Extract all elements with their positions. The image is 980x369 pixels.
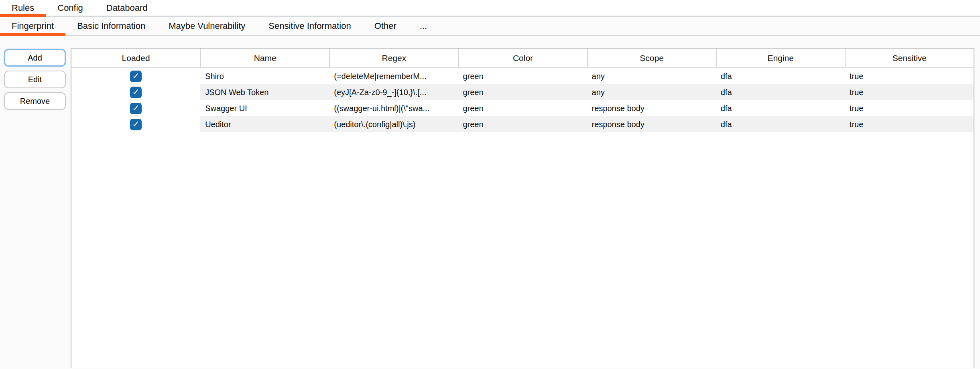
table-row[interactable]: ✓ JSON Web Token (eyJ[A-Za-z0-9_-]{10,}\…: [71, 84, 974, 100]
tab-fingerprint[interactable]: Fingerprint: [0, 17, 65, 35]
loaded-checkbox[interactable]: ✓: [130, 71, 142, 82]
cell-sensitive: true: [845, 116, 974, 132]
table-row[interactable]: ✓ Ueditor (ueditor\.(config|all)\.js) gr…: [71, 116, 974, 132]
table-row[interactable]: ✓ Swagger UI ((swagger-ui.html)|(\"swa..…: [71, 100, 974, 116]
loaded-cell: ✓: [71, 68, 200, 84]
cell-scope: response body: [587, 100, 716, 116]
cell-name: Shiro: [200, 68, 329, 84]
remove-button[interactable]: Remove: [4, 92, 66, 110]
col-header-scope[interactable]: Scope: [587, 49, 716, 67]
col-header-regex[interactable]: Regex: [329, 49, 458, 67]
action-button-panel: Add Edit Remove: [0, 36, 71, 368]
cell-regex: (=deleteMe|rememberM...: [329, 68, 458, 84]
cell-engine: dfa: [716, 100, 845, 116]
cell-sensitive: true: [845, 68, 974, 84]
loaded-checkbox[interactable]: ✓: [130, 119, 142, 130]
cell-engine: dfa: [716, 116, 845, 132]
checkmark-icon: ✓: [132, 72, 139, 81]
cell-name: JSON Web Token: [200, 84, 329, 100]
loaded-checkbox[interactable]: ✓: [130, 87, 142, 98]
col-header-name[interactable]: Name: [200, 49, 329, 67]
tab-other[interactable]: Other: [363, 17, 408, 35]
loaded-cell: ✓: [71, 116, 200, 132]
checkmark-icon: ✓: [132, 88, 139, 97]
tab-maybe-vulnerability[interactable]: Maybe Vulnerability: [157, 17, 257, 35]
cell-color: green: [458, 84, 587, 100]
cell-engine: dfa: [716, 68, 845, 84]
tab-databoard[interactable]: Databoard: [95, 0, 159, 16]
rules-fingerprint-panel: Add Edit Remove Loaded Name Regex Color …: [0, 36, 980, 368]
edit-button[interactable]: Edit: [4, 71, 66, 88]
app-window: Rules Config Databoard Fingerprint Basic…: [0, 0, 980, 369]
tab-basic-information[interactable]: Basic Information: [65, 17, 157, 35]
checkmark-icon: ✓: [132, 120, 139, 129]
secondary-tab-bar: Fingerprint Basic Information Maybe Vuln…: [0, 17, 980, 36]
tab-more[interactable]: ...: [408, 17, 439, 35]
loaded-cell: ✓: [71, 84, 200, 100]
tab-rules[interactable]: Rules: [0, 0, 46, 16]
table-header-row: Loaded Name Regex Color Scope Engine Sen…: [71, 49, 974, 68]
col-header-loaded[interactable]: Loaded: [71, 49, 200, 67]
cell-color: green: [458, 116, 587, 132]
cell-sensitive: true: [845, 100, 974, 116]
cell-sensitive: true: [845, 84, 974, 100]
cell-regex: ((swagger-ui.html)|(\"swa...: [329, 100, 458, 116]
loaded-checkbox[interactable]: ✓: [130, 103, 142, 114]
checkmark-icon: ✓: [132, 104, 139, 113]
cell-regex: (ueditor\.(config|all)\.js): [329, 116, 458, 132]
table-row[interactable]: ✓ Shiro (=deleteMe|rememberM... green an…: [71, 68, 974, 84]
rules-table: Loaded Name Regex Color Scope Engine Sen…: [71, 48, 974, 368]
cell-scope: response body: [587, 116, 716, 132]
tab-sensitive-information[interactable]: Sensitive Information: [257, 17, 362, 35]
col-header-engine[interactable]: Engine: [716, 49, 845, 67]
cell-color: green: [458, 100, 587, 116]
col-header-color[interactable]: Color: [458, 49, 587, 67]
tab-config[interactable]: Config: [46, 0, 95, 16]
cell-scope: any: [587, 68, 716, 84]
cell-color: green: [458, 68, 587, 84]
col-header-sensitive[interactable]: Sensitive: [845, 49, 974, 67]
cell-name: Swagger UI: [200, 100, 329, 116]
cell-regex: (eyJ[A-Za-z0-9_-]{10,}\.[...: [329, 84, 458, 100]
cell-engine: dfa: [716, 84, 845, 100]
loaded-cell: ✓: [71, 100, 200, 116]
cell-scope: any: [587, 84, 716, 100]
cell-name: Ueditor: [200, 116, 329, 132]
add-button[interactable]: Add: [4, 49, 66, 67]
primary-tab-bar: Rules Config Databoard: [0, 0, 980, 17]
